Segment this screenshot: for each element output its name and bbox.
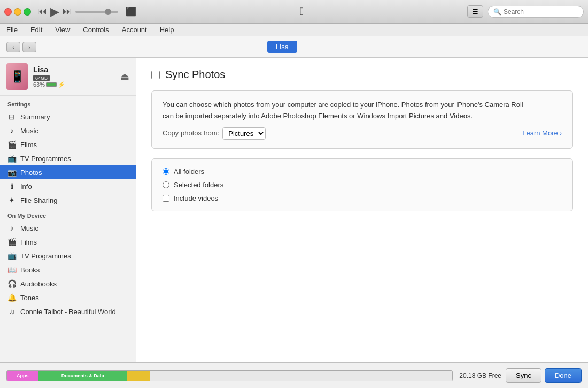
sidebar-item-label: Tones	[20, 294, 39, 302]
device-info: 📱 Lisa 64GB 63% ⚡ ⏏	[0, 58, 136, 96]
storage-visual-container: Apps Documents & Data 20.18 GB Free	[6, 370, 501, 381]
maximize-button[interactable]	[24, 8, 31, 16]
selected-folders-radio[interactable]	[163, 181, 169, 188]
sidebar-item-tv2[interactable]: 📺 TV Programmes	[0, 249, 136, 263]
summary-icon: ⊟	[7, 112, 16, 121]
menu-view[interactable]: View	[53, 25, 72, 35]
menu-edit[interactable]: Edit	[28, 25, 44, 35]
playlist-icon: ♫	[7, 307, 16, 316]
close-button[interactable]	[4, 8, 12, 16]
menu-help[interactable]: Help	[158, 25, 176, 35]
options-box: All folders Selected folders Include vid…	[151, 158, 573, 211]
title-bar: ⏮ ▶ ⏭ ⬛  ☰ 🔍	[0, 0, 588, 24]
apps-label: Apps	[17, 373, 29, 378]
books-icon: 📖	[7, 265, 16, 274]
sidebar-item-label: Info	[20, 182, 32, 191]
copy-from-label: Copy photos from:	[163, 128, 219, 139]
battery-bar: 63% ⚡	[33, 81, 65, 88]
storage-segment-free	[150, 371, 453, 381]
eject-button[interactable]: ⏏	[120, 71, 129, 82]
sidebar-item-label: Films	[20, 238, 37, 246]
play-button[interactable]: ▶	[50, 5, 59, 19]
audiobooks-icon: 🎧	[7, 279, 16, 288]
airplay-button[interactable]: ⬛	[126, 6, 136, 17]
sidebar-item-label: Connie Talbot - Beautiful World	[20, 308, 116, 316]
sync-photos-title: Sync Photos	[165, 69, 225, 81]
sync-button[interactable]: Sync	[506, 368, 541, 383]
sidebar-item-books[interactable]: 📖 Books	[0, 263, 136, 277]
transport-controls: ⏮ ▶ ⏭ ⬛	[37, 5, 136, 19]
sidebar-item-label: Music	[20, 224, 38, 232]
sidebar-item-label: Films	[20, 141, 37, 149]
all-folders-label: All folders	[174, 168, 204, 176]
free-space-label: 20.18 GB Free	[459, 372, 501, 379]
battery-pct: 63%	[33, 81, 45, 88]
music2-icon: ♪	[7, 224, 16, 232]
volume-thumb	[105, 9, 111, 15]
include-videos-label: Include videos	[174, 194, 218, 202]
search-box: 🔍	[488, 6, 584, 18]
info-text-line1: You can choose which photos from your co…	[163, 100, 562, 111]
apple-logo: 	[300, 5, 304, 18]
sidebar-item-films[interactable]: 🎬 Films	[0, 138, 136, 151]
nav-arrows: ‹ ›	[6, 42, 36, 52]
main-layout: 📱 Lisa 64GB 63% ⚡ ⏏ Settings ⊟ Summary	[0, 58, 588, 362]
copy-from-select[interactable]: Pictures	[222, 127, 266, 140]
device-badge[interactable]: Lisa	[267, 41, 297, 53]
info-icon: ℹ	[7, 182, 16, 191]
window-controls	[4, 8, 31, 16]
learn-more-arrow-icon: ›	[560, 130, 562, 136]
device-icon: 📱	[6, 63, 28, 90]
nav-bar: ‹ › Lisa	[0, 36, 588, 58]
forward-button[interactable]: ›	[22, 42, 36, 52]
back-button[interactable]: ‹	[6, 42, 20, 52]
done-button[interactable]: Done	[545, 368, 582, 383]
sidebar-item-tv[interactable]: 📺 TV Programmes	[0, 151, 136, 165]
selected-folders-label: Selected folders	[174, 181, 223, 189]
films2-icon: 🎬	[7, 238, 16, 246]
menu-file[interactable]: File	[4, 25, 20, 35]
sidebar-item-label: TV Programmes	[20, 155, 71, 163]
info-text-line2: can be imported separately into Adobe Ph…	[163, 111, 562, 122]
tones-icon: 🔔	[7, 293, 16, 302]
device-details: Lisa 64GB 63% ⚡	[33, 65, 65, 88]
sidebar-item-info[interactable]: ℹ Info	[0, 179, 136, 193]
search-icon: 🔍	[493, 8, 501, 16]
docs-label: Documents & Data	[61, 373, 104, 378]
sidebar-item-music[interactable]: ♪ Music	[0, 124, 136, 138]
include-videos-checkbox[interactable]	[163, 195, 169, 202]
sidebar-item-photos[interactable]: 📷 Photos	[0, 165, 136, 179]
all-folders-row: All folders	[163, 168, 562, 176]
include-videos-row: Include videos	[163, 194, 562, 202]
sidebar-item-label: Books	[20, 266, 40, 274]
content-area: Sync Photos You can choose which photos …	[136, 58, 588, 362]
sidebar-item-filesharing[interactable]: ✦ File Sharing	[0, 193, 136, 207]
films-icon: 🎬	[7, 140, 16, 149]
sidebar-item-films2[interactable]: 🎬 Films	[0, 235, 136, 249]
sync-photos-checkbox[interactable]	[151, 71, 160, 79]
selected-folders-row: Selected folders	[163, 181, 562, 189]
sidebar-item-tones[interactable]: 🔔 Tones	[0, 291, 136, 305]
storage-bar: Apps Documents & Data	[6, 370, 453, 381]
volume-slider[interactable]	[75, 11, 118, 13]
menu-controls[interactable]: Controls	[81, 25, 111, 35]
all-folders-radio[interactable]	[163, 168, 169, 175]
sidebar-item-label: Audiobooks	[20, 280, 57, 288]
status-bar: Apps Documents & Data 20.18 GB Free Sync…	[0, 362, 588, 388]
minimize-button[interactable]	[14, 8, 21, 16]
sidebar-item-playlist[interactable]: ♫ Connie Talbot - Beautiful World	[0, 305, 136, 318]
sidebar-item-music2[interactable]: ♪ Music	[0, 221, 136, 235]
sidebar-item-audiobooks[interactable]: 🎧 Audiobooks	[0, 277, 136, 291]
list-view-button[interactable]: ☰	[467, 5, 483, 18]
sync-header: Sync Photos	[151, 69, 573, 81]
menu-account[interactable]: Account	[120, 25, 149, 35]
fast-forward-button[interactable]: ⏭	[63, 6, 72, 17]
rewind-button[interactable]: ⏮	[37, 6, 47, 17]
learn-more-link[interactable]: Learn More ›	[522, 128, 562, 139]
photos-icon: 📷	[7, 168, 16, 177]
filesharing-icon: ✦	[7, 196, 16, 204]
info-box: You can choose which photos from your co…	[151, 90, 573, 149]
charge-icon: ⚡	[58, 81, 65, 88]
sidebar-item-summary[interactable]: ⊟ Summary	[0, 110, 136, 124]
search-input[interactable]	[504, 8, 573, 16]
